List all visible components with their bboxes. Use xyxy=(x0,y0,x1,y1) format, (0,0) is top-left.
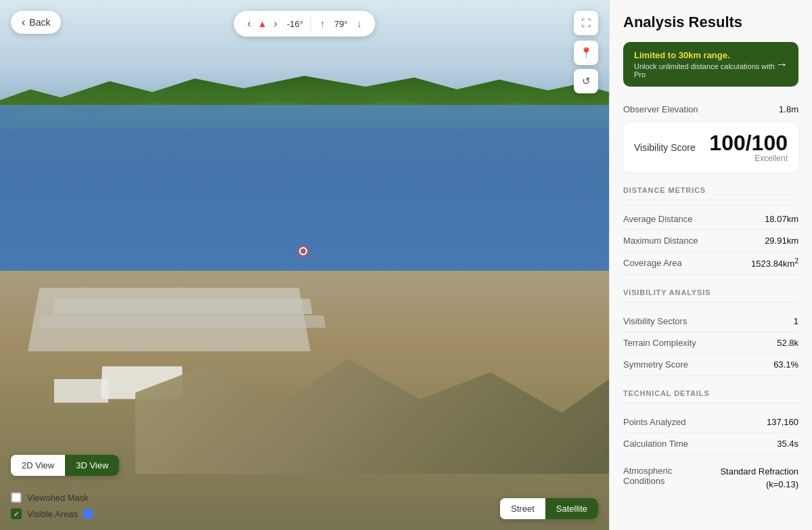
location-button[interactable]: 📍 xyxy=(574,41,598,65)
calc-time-value: 35.4s xyxy=(777,439,798,449)
heading-value: -16° xyxy=(284,19,306,29)
view-3d-button[interactable]: 3D View xyxy=(65,455,119,476)
atmospheric-value: Standard Refraction(k=0.13) xyxy=(720,466,798,490)
avg-distance-value: 18.07km xyxy=(765,214,798,224)
analysis-panel: Analysis Results Limited to 30km range. … xyxy=(609,0,812,530)
visible-areas-label: Visible Areas xyxy=(27,509,78,519)
view-toggle: 2D View 3D View xyxy=(11,455,119,476)
pitch-value: 79° xyxy=(332,19,351,29)
pro-banner[interactable]: Limited to 30km range. Unlock unlimited … xyxy=(623,42,798,87)
view-2d-label: 2D View xyxy=(22,460,54,470)
view-2d-button[interactable]: 2D View xyxy=(11,455,65,476)
avg-distance-row: Average Distance 18.07km xyxy=(623,208,798,230)
controls-separator xyxy=(310,17,311,30)
runway-strip1 xyxy=(53,299,312,314)
observer-elevation-label: Observer Elevation xyxy=(623,104,698,114)
avg-distance-label: Average Distance xyxy=(623,214,692,224)
heading-next-button[interactable] xyxy=(269,15,283,32)
heading-prev-button[interactable] xyxy=(242,15,256,32)
distance-metrics-header: DISTANCE METRICS xyxy=(623,186,798,194)
visible-areas-checkbox[interactable] xyxy=(11,508,22,519)
coverage-area-value: 1523.84km2 xyxy=(751,257,798,269)
back-button[interactable]: ‹ Back xyxy=(11,11,61,34)
coverage-area-label: Coverage Area xyxy=(623,258,682,268)
symmetry-score-row: Symmetry Score 63.1% xyxy=(623,354,798,376)
street-view-button[interactable]: Street xyxy=(500,498,545,519)
map-controls-top: ▲ -16° 79° xyxy=(233,11,375,37)
terrain-complexity-label: Terrain Complexity xyxy=(623,338,696,348)
points-analyzed-row: Points Analyzed 137,160 xyxy=(623,412,798,433)
terrain-complexity-row: Terrain Complexity 52.8k xyxy=(623,332,798,354)
pitch-down-button[interactable] xyxy=(352,16,367,32)
layer-visible-areas: Visible Areas xyxy=(11,508,93,519)
score-number: 100/100 xyxy=(709,132,788,154)
technical-divider xyxy=(623,403,798,403)
calc-time-label: Calculation Time xyxy=(623,439,688,449)
pro-banner-title: Limited to 30km range. xyxy=(634,50,775,60)
panel-title: Analysis Results xyxy=(623,14,798,31)
pro-banner-text: Limited to 30km range. Unlock unlimited … xyxy=(634,50,775,79)
points-analyzed-value: 137,160 xyxy=(767,417,798,427)
chevron-left-icon xyxy=(247,18,250,30)
distance-divider xyxy=(623,200,798,200)
street-label: Street xyxy=(511,504,535,514)
arrow-up-icon xyxy=(320,18,325,29)
building2 xyxy=(54,379,108,403)
observer-ring xyxy=(296,244,310,258)
satellite-view-button[interactable]: Satellite xyxy=(545,498,598,519)
arrow-down-icon xyxy=(357,18,362,29)
terrain-complexity-value: 52.8k xyxy=(777,338,798,348)
fullscreen-icon: ⛶ xyxy=(581,18,591,28)
technical-details-header: TECHNICAL DETAILS xyxy=(623,389,798,397)
max-distance-value: 29.91km xyxy=(765,236,798,246)
max-distance-label: Maximum Distance xyxy=(623,236,698,246)
visibility-analysis-header: VISIBILITY ANALYSIS xyxy=(623,288,798,296)
symmetry-score-label: Symmetry Score xyxy=(623,359,688,370)
atmospheric-label: AtmosphericConditions xyxy=(623,466,672,486)
coverage-area-row: Coverage Area 1523.84km2 xyxy=(623,252,798,275)
layer-controls: Viewshed Mask Visible Areas xyxy=(11,492,93,519)
score-qualifier: Excellent xyxy=(709,154,788,163)
points-analyzed-label: Points Analyzed xyxy=(623,417,686,427)
observer-marker xyxy=(299,247,310,258)
reset-icon: ↺ xyxy=(582,75,591,87)
runway-strip2 xyxy=(40,315,326,328)
pitch-up-button[interactable] xyxy=(315,16,330,32)
visibility-divider xyxy=(623,302,798,303)
superscript-2: 2 xyxy=(794,257,798,265)
visibility-sectors-row: Visibility Sectors 1 xyxy=(623,311,798,332)
pro-banner-arrow-icon: → xyxy=(775,58,788,72)
pro-banner-subtitle: Unlock unlimited distance calculations w… xyxy=(634,62,775,79)
viewshed-mask-label: Viewshed Mask xyxy=(27,493,89,503)
max-distance-row: Maximum Distance 29.91km xyxy=(623,230,798,252)
symmetry-score-value: 63.1% xyxy=(773,359,798,370)
heading-marker-icon: ▲ xyxy=(258,18,267,29)
visible-areas-swatch xyxy=(83,509,93,518)
atmospheric-row: AtmosphericConditions Standard Refractio… xyxy=(623,460,798,495)
chevron-right-icon xyxy=(274,18,277,30)
layer-viewshed-mask: Viewshed Mask xyxy=(11,492,93,503)
visibility-sectors-value: 1 xyxy=(794,316,798,326)
top-nav: ‹ Back xyxy=(11,11,61,34)
calc-time-row: Calculation Time 35.4s xyxy=(623,433,798,455)
observer-elevation-row: Observer Elevation 1.8m xyxy=(623,100,798,123)
score-value-block: 100/100 Excellent xyxy=(709,132,788,163)
back-chevron-icon: ‹ xyxy=(22,16,25,28)
fullscreen-button[interactable]: ⛶ xyxy=(574,11,598,35)
back-label: Back xyxy=(29,17,50,28)
map-controls-right: 📍 ↺ xyxy=(574,41,598,93)
visibility-score-card: Visibility Score 100/100 Excellent xyxy=(623,123,798,173)
score-label: Visibility Score xyxy=(634,142,696,153)
map-type-buttons: Street Satellite xyxy=(500,498,598,519)
location-icon: 📍 xyxy=(580,47,593,59)
map-viewport[interactable]: ‹ Back ▲ -16° 79° ⛶ 📍 ↺ xyxy=(0,0,609,530)
view-3d-label: 3D View xyxy=(76,460,108,470)
satellite-label: Satellite xyxy=(556,504,587,514)
observer-elevation-value: 1.8m xyxy=(779,104,798,114)
reset-button[interactable]: ↺ xyxy=(574,69,598,93)
visibility-sectors-label: Visibility Sectors xyxy=(623,316,687,326)
viewshed-mask-checkbox[interactable] xyxy=(11,492,22,503)
